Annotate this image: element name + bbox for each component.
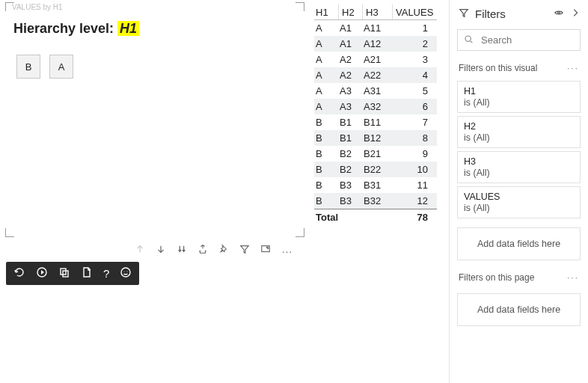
table-cell: B xyxy=(314,148,338,159)
visual-toolbar xyxy=(135,242,293,255)
table-cell: A2 xyxy=(338,54,362,65)
table-cell: A32 xyxy=(362,101,392,112)
table-row[interactable]: BB1B117 xyxy=(314,114,437,130)
smile-icon[interactable] xyxy=(120,266,132,281)
filters-title: Filters xyxy=(475,7,506,20)
double-down-icon[interactable] xyxy=(177,244,187,254)
total-label: Total xyxy=(314,212,338,223)
filter-card[interactable]: H3is (All) xyxy=(457,151,581,183)
table-cell: B3 xyxy=(338,180,362,191)
table-cell: 12 xyxy=(392,195,432,206)
filter-card[interactable]: H2is (All) xyxy=(457,116,581,148)
visual-title: VALUES by H1 xyxy=(9,3,66,11)
table-row[interactable]: BB2B219 xyxy=(314,146,437,162)
filter-icon xyxy=(459,7,469,20)
table-cell: 2 xyxy=(392,38,432,49)
filter-card-desc: is (All) xyxy=(464,132,574,143)
section-filters-visual: Filters on this visual xyxy=(450,57,588,78)
table-row[interactable]: AA1A111 xyxy=(314,20,437,36)
table-header[interactable]: H1 H2 H3 VALUES xyxy=(314,4,437,20)
filter-card[interactable]: VALUESis (All) xyxy=(457,186,581,218)
table-cell: 11 xyxy=(392,180,432,191)
hierarchy-level-prefix: Hierarchy level: xyxy=(13,21,117,36)
play-icon[interactable] xyxy=(36,266,48,281)
table-cell: B xyxy=(314,180,338,191)
table-cell: B21 xyxy=(362,148,392,159)
section-more-icon[interactable] xyxy=(567,63,579,73)
table-cell: A31 xyxy=(362,85,392,96)
add-fields-page[interactable]: Add data fields here xyxy=(457,293,581,326)
table-cell: 6 xyxy=(392,101,432,112)
table-cell: A3 xyxy=(338,101,362,112)
table-cell: B2 xyxy=(338,148,362,159)
refresh-icon[interactable] xyxy=(13,266,25,281)
table-row[interactable]: AA2A213 xyxy=(314,52,437,67)
table-row[interactable]: BB2B2210 xyxy=(314,162,437,177)
table-cell: B xyxy=(314,195,338,206)
svg-point-7 xyxy=(558,12,560,14)
resize-handle-bl[interactable] xyxy=(5,228,14,237)
more-icon[interactable] xyxy=(281,242,293,255)
data-table: H1 H2 H3 VALUES AA1A111AA1A122AA2A213AA2… xyxy=(314,4,437,224)
pin-icon[interactable] xyxy=(218,244,229,254)
down-arrow-icon[interactable] xyxy=(156,244,166,254)
col-h2[interactable]: H2 xyxy=(338,4,362,19)
chip-a[interactable]: A xyxy=(49,55,73,79)
table-row[interactable]: BB3B3111 xyxy=(314,177,437,193)
table-cell: A1 xyxy=(338,22,362,34)
table-row[interactable]: AA2A224 xyxy=(314,67,437,83)
table-cell: 3 xyxy=(392,54,432,65)
section-more-icon[interactable] xyxy=(567,272,579,283)
table-cell: A12 xyxy=(362,38,392,49)
table-row[interactable]: BB1B128 xyxy=(314,130,437,146)
table-row[interactable]: AA1A122 xyxy=(314,36,437,52)
hierarchy-level-heading: Hierarchy level: H1 xyxy=(13,21,296,37)
table-cell: B12 xyxy=(362,132,392,144)
table-cell: 9 xyxy=(392,148,432,159)
svg-point-5 xyxy=(124,272,125,272)
filter-card-desc: is (All) xyxy=(464,97,574,108)
table-cell: 4 xyxy=(392,70,432,81)
table-cell: A xyxy=(314,38,338,49)
filter-card-name: VALUES xyxy=(464,192,574,202)
resize-handle-br[interactable] xyxy=(295,228,304,237)
table-row[interactable]: AA3A315 xyxy=(314,83,437,99)
chip-b[interactable]: B xyxy=(16,55,40,79)
table-cell: B3 xyxy=(338,195,362,206)
help-icon[interactable]: ? xyxy=(103,268,109,279)
table-cell: 8 xyxy=(392,132,432,144)
table-cell: 7 xyxy=(392,117,432,128)
filters-search[interactable] xyxy=(457,29,581,51)
up-arrow-icon[interactable] xyxy=(135,244,145,254)
table-cell: A22 xyxy=(362,70,392,81)
col-values[interactable]: VALUES xyxy=(392,4,432,19)
table-cell: 10 xyxy=(392,164,432,175)
copy-icon[interactable] xyxy=(58,266,70,281)
collapse-icon[interactable] xyxy=(570,7,581,20)
search-input[interactable] xyxy=(480,34,574,46)
table-cell: A xyxy=(314,70,338,81)
table-row[interactable]: AA3A326 xyxy=(314,99,437,114)
col-h3[interactable]: H3 xyxy=(362,4,392,19)
col-h1[interactable]: H1 xyxy=(314,4,338,19)
search-icon xyxy=(464,34,474,46)
svg-point-8 xyxy=(465,36,471,41)
page-icon[interactable] xyxy=(81,266,93,281)
focus-mode-icon[interactable] xyxy=(260,244,271,254)
total-value: 78 xyxy=(392,212,432,223)
filter-card-name: H1 xyxy=(464,86,574,96)
resize-handle-tr[interactable] xyxy=(295,2,304,11)
table-cell: B1 xyxy=(338,132,362,144)
eye-icon[interactable] xyxy=(554,7,564,20)
visual-card[interactable]: VALUES by H1 Hierarchy level: H1 B A xyxy=(6,3,304,236)
table-cell: A xyxy=(314,85,338,96)
filter-card[interactable]: H1is (All) xyxy=(457,81,581,113)
table-cell: B11 xyxy=(362,117,392,128)
table-total-row: Total 78 xyxy=(314,209,437,224)
expand-icon[interactable] xyxy=(197,244,208,254)
table-cell: A11 xyxy=(362,22,392,34)
filter-icon[interactable] xyxy=(239,244,250,254)
filter-card-desc: is (All) xyxy=(464,168,574,178)
add-fields-visual[interactable]: Add data fields here xyxy=(457,227,581,260)
table-row[interactable]: BB3B3212 xyxy=(314,193,437,209)
